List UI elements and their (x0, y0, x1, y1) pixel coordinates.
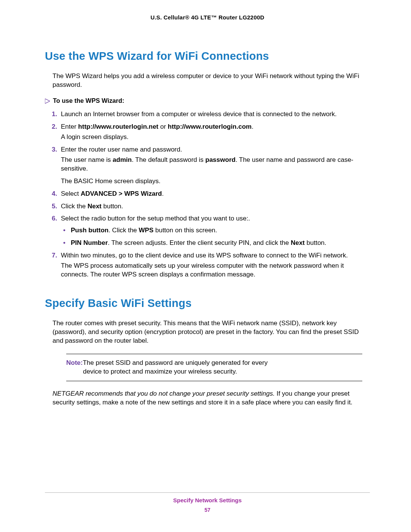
step-3-l2-b1: admin (113, 156, 132, 163)
step-3-line3: The BASIC Home screen displays. (61, 177, 370, 186)
recommend-italic: NETGEAR recommends that you do not chang… (53, 390, 275, 397)
note-line1: Note:The preset SSID and password are un… (66, 359, 362, 367)
step-5: Click the Next button. (45, 202, 370, 211)
section-heading-wps: Use the WPS Wizard for WiFi Connections (45, 49, 370, 64)
step-2-url1: http://www.routerlogin.net (78, 123, 158, 130)
b2-post: button. (305, 239, 327, 246)
task-title: To use the WPS Wizard: (53, 97, 124, 104)
step-3-l2-pre: The user name is (61, 156, 113, 163)
step-5-pre: Click the (61, 203, 88, 210)
step-6: Select the radio button for the setup me… (45, 214, 370, 248)
note-text-2: device to protect and maximize your wire… (66, 367, 362, 376)
document-page: U.S. Cellular® 4G LTE™ Router LG2200D Us… (0, 0, 411, 532)
step-1-text: Launch an Internet browser from a comput… (61, 110, 337, 118)
step-3-text: Enter the router user name and password. (61, 146, 182, 153)
step-3-l2-mid: . The default password is (132, 156, 205, 163)
step-7-line2: The WPS process automatically sets up yo… (61, 262, 370, 279)
b2-pre: PIN Number (71, 239, 108, 246)
step-2-url2: http://www.routerlogin.com (168, 123, 252, 130)
svg-marker-0 (45, 99, 50, 104)
step-2-pre: Enter (61, 123, 78, 130)
steps-list: Launch an Internet browser from a comput… (45, 110, 370, 279)
task-title-line: To use the WPS Wizard: (45, 96, 370, 105)
step-6-text: Select the radio button for the setup me… (61, 215, 250, 222)
note-label: Note: (66, 359, 83, 366)
step-3-l2-b2: password (206, 156, 236, 163)
note-text-1: The preset SSID and password are uniquel… (83, 359, 268, 366)
step-2: Enter http://www.routerlogin.net or http… (45, 123, 370, 142)
b1-post: button on this screen. (153, 227, 217, 234)
b1-mid: . Click the (108, 227, 139, 234)
b2-b: Next (291, 239, 305, 246)
b2-mid: . The screen adjusts. Enter the client s… (108, 239, 291, 246)
note-block: Note:The preset SSID and password are un… (66, 354, 362, 381)
step-7-text: Within two minutes, go to the client dev… (61, 252, 348, 259)
step-1: Launch an Internet browser from a comput… (45, 110, 370, 119)
bullet-push-button: Push button. Click the WPS button on thi… (61, 226, 370, 235)
step-2-line2: A login screen displays. (61, 133, 370, 142)
arrow-icon (45, 97, 50, 105)
b1-pre: Push button (71, 227, 108, 234)
step-2-mid: or (158, 123, 168, 130)
page-footer: Specify Network Settings 57 (45, 492, 370, 514)
step-5-post: button. (102, 203, 123, 210)
step-4-b: ADVANCED > WPS Wizard (81, 190, 162, 197)
footer-page-number: 57 (45, 506, 370, 514)
step-3: Enter the router user name and password.… (45, 145, 370, 186)
recommendation: NETGEAR recommends that you do not chang… (53, 390, 370, 407)
section-heading-wifi-settings: Specify Basic WiFi Settings (45, 296, 370, 311)
section2-intro: The router comes with preset security. T… (53, 319, 370, 345)
b1-b: WPS (139, 227, 154, 234)
step-4: Select ADVANCED > WPS Wizard. (45, 190, 370, 198)
bullet-pin-number: PIN Number. The screen adjusts. Enter th… (61, 239, 370, 248)
step-3-line2: The user name is admin. The default pass… (61, 156, 370, 173)
step-2-post: . (252, 123, 253, 130)
step-7: Within two minutes, go to the client dev… (45, 251, 370, 279)
section-intro: The WPS Wizard helps you add a wireless … (53, 72, 370, 89)
step-4-pre: Select (61, 190, 81, 197)
step-4-post: . (162, 190, 164, 197)
footer-chapter: Specify Network Settings (45, 497, 370, 504)
step-5-b: Next (88, 203, 102, 210)
document-header: U.S. Cellular® 4G LTE™ Router LG2200D (45, 14, 370, 21)
step-6-bullets: Push button. Click the WPS button on thi… (61, 226, 370, 248)
